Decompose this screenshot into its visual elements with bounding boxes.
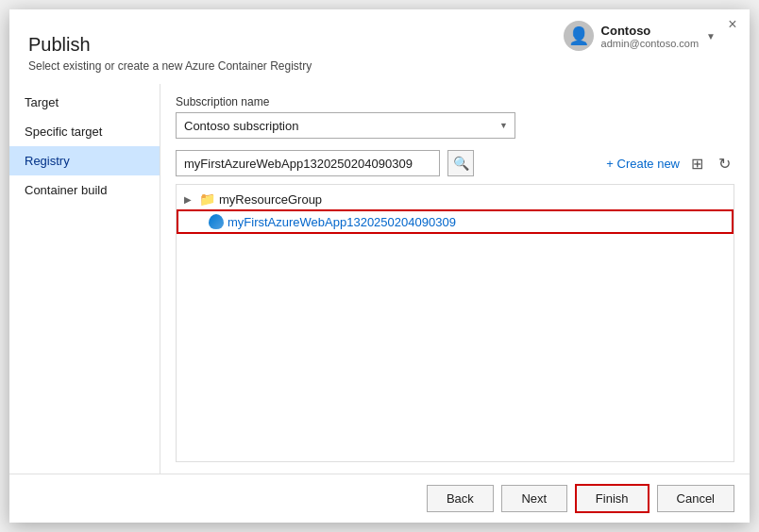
sidebar-item-specific-target[interactable]: Specific target xyxy=(9,117,160,146)
subscription-select-wrapper: Contoso subscription xyxy=(176,112,515,139)
subscription-label: Subscription name xyxy=(176,95,734,108)
refresh-icon-button[interactable]: ↻ xyxy=(715,153,734,175)
tree-child-item[interactable]: myFirstAzureWebApp1320250204090309 xyxy=(177,209,734,234)
registry-search-input[interactable] xyxy=(176,150,440,176)
next-button[interactable]: Next xyxy=(501,485,567,512)
registry-actions: + Create new ⊞ ↻ xyxy=(606,153,734,175)
close-button[interactable]: × xyxy=(723,15,742,34)
registry-name-label: myFirstAzureWebApp1320250204090309 xyxy=(228,215,456,229)
sidebar: Target Specific target Registry Containe… xyxy=(9,84,160,474)
folder-icon: 📁 xyxy=(199,191,215,207)
dialog-footer: Back Next Finish Cancel xyxy=(9,474,750,523)
subscription-select[interactable]: Contoso subscription xyxy=(176,112,515,139)
user-panel[interactable]: 👤 Contoso admin@contoso.com ▼ xyxy=(564,21,716,51)
user-name: Contoso xyxy=(601,24,700,38)
publish-dialog: × Publish Select existing or create a ne… xyxy=(9,9,750,523)
sidebar-item-registry[interactable]: Registry xyxy=(9,146,160,175)
azure-registry-icon xyxy=(209,214,224,229)
sidebar-item-container-build[interactable]: Container build xyxy=(9,175,160,205)
finish-button[interactable]: Finish xyxy=(575,484,649,513)
search-icon-button[interactable]: 🔍 xyxy=(447,150,474,176)
dialog-body: Target Specific target Registry Containe… xyxy=(9,84,750,474)
registry-row: 🔍 + Create new ⊞ ↻ xyxy=(176,150,734,176)
create-new-button[interactable]: + Create new xyxy=(606,157,680,171)
dialog-subtitle: Select existing or create a new Azure Co… xyxy=(28,59,731,73)
main-content: Subscription name Contoso subscription 🔍… xyxy=(160,84,750,474)
chevron-down-icon: ▼ xyxy=(706,31,716,42)
tree-parent-item[interactable]: ▶ 📁 myResourceGroup xyxy=(177,189,734,209)
sidebar-item-target[interactable]: Target xyxy=(9,88,160,117)
tree-container: ▶ 📁 myResourceGroup myFirstAzureWebApp13… xyxy=(176,184,734,462)
subscription-row: Contoso subscription xyxy=(176,112,734,139)
user-email: admin@contoso.com xyxy=(601,38,700,49)
resource-group-label: myResourceGroup xyxy=(219,192,322,207)
user-info: Contoso admin@contoso.com xyxy=(601,24,700,49)
sort-icon-button[interactable]: ⊞ xyxy=(687,153,707,175)
tree-expander-icon: ▶ xyxy=(184,194,199,205)
avatar: 👤 xyxy=(564,21,594,51)
tree-group: ▶ 📁 myResourceGroup myFirstAzureWebApp13… xyxy=(177,189,734,234)
back-button[interactable]: Back xyxy=(427,485,494,512)
cancel-button[interactable]: Cancel xyxy=(657,485,734,512)
